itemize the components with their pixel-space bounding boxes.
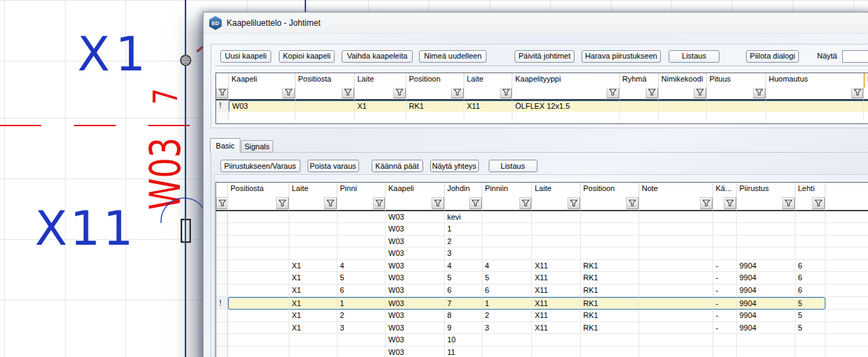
table-cell[interactable]: 6 xyxy=(445,284,482,297)
table-cell[interactable]: W03 xyxy=(386,284,445,297)
table-cell[interactable] xyxy=(532,223,581,236)
table-cell[interactable] xyxy=(737,211,795,224)
table-cell[interactable]: - xyxy=(713,272,737,284)
update-wires-button[interactable]: Päivitä johtimet xyxy=(515,50,574,63)
filter-button[interactable] xyxy=(812,197,825,209)
table-cell[interactable] xyxy=(228,334,289,347)
table-cell[interactable]: - xyxy=(713,284,737,297)
table-cell[interactable]: X1 xyxy=(289,272,337,284)
table-cell[interactable]: 9904 xyxy=(737,310,795,322)
copy-cable-button[interactable]: Kopioi kaapeli xyxy=(279,50,335,63)
listing-button[interactable]: Listaus xyxy=(669,50,719,63)
table-cell[interactable] xyxy=(532,248,581,260)
filter-button[interactable] xyxy=(700,197,713,209)
table-cell[interactable] xyxy=(482,248,533,260)
header-cell[interactable]: Pinni xyxy=(337,183,386,197)
table-cell[interactable]: RK1 xyxy=(581,284,639,297)
table-cell[interactable] xyxy=(296,112,355,121)
table-cell[interactable] xyxy=(337,334,386,347)
table-cell[interactable] xyxy=(795,236,825,248)
table-cell[interactable]: - xyxy=(713,260,737,273)
header-cell[interactable]: Laite xyxy=(289,183,337,197)
table-cell[interactable] xyxy=(825,322,868,335)
table-cell[interactable] xyxy=(581,236,639,248)
filter-button[interactable] xyxy=(393,88,406,98)
table-cell[interactable] xyxy=(766,112,865,121)
table-cell[interactable] xyxy=(337,236,386,248)
table-cell[interactable]: W03 xyxy=(229,100,296,112)
table-cell[interactable] xyxy=(713,334,737,347)
header-cell[interactable]: Nimikekoodi xyxy=(659,73,707,88)
header-cell[interactable]: Positioon xyxy=(581,183,639,197)
table-cell[interactable] xyxy=(228,310,289,322)
table-cell[interactable] xyxy=(289,334,337,347)
filter-button[interactable] xyxy=(373,197,386,209)
table-row[interactable]: X15W0355X11RK1-99046 xyxy=(216,272,868,284)
header-cell[interactable]: Pinniin xyxy=(482,183,533,197)
header-cell[interactable]: Kaapeli xyxy=(229,73,296,88)
header-cell[interactable]: Laite xyxy=(355,73,406,88)
table-cell[interactable]: W03 xyxy=(386,236,445,248)
table-cell[interactable]: 4 xyxy=(337,260,386,273)
table-cell[interactable]: 5 xyxy=(445,272,482,284)
table-cell[interactable]: 4 xyxy=(445,260,482,273)
table-cell[interactable] xyxy=(825,297,868,310)
table-cell[interactable] xyxy=(355,112,406,121)
table-cell[interactable] xyxy=(581,223,639,236)
table-cell[interactable]: - xyxy=(713,322,737,335)
table-cell[interactable] xyxy=(825,272,868,284)
table-cell[interactable]: X1 xyxy=(355,100,406,112)
table-cell[interactable] xyxy=(464,112,513,121)
table-cell[interactable]: X11 xyxy=(532,310,581,322)
table-cell[interactable] xyxy=(659,100,707,112)
table-row[interactable]: W03kevi xyxy=(216,211,868,224)
table-cell[interactable] xyxy=(639,347,713,357)
table-cell[interactable] xyxy=(289,211,337,224)
header-cell[interactable]: Ryhmä xyxy=(620,73,659,88)
table-cell[interactable]: 5 xyxy=(482,272,533,284)
table-cell[interactable] xyxy=(289,347,337,357)
filter-button[interactable] xyxy=(568,197,580,209)
filter-button[interactable] xyxy=(626,197,639,209)
table-cell[interactable]: 3 xyxy=(482,322,533,335)
table-cell[interactable] xyxy=(337,347,386,357)
header-cell[interactable]: Huomautus xyxy=(766,73,865,88)
filter-button[interactable] xyxy=(432,197,444,209)
table-cell[interactable] xyxy=(825,211,868,224)
table-cell[interactable] xyxy=(228,322,289,335)
table-cell[interactable]: W03 xyxy=(386,211,445,224)
table-cell[interactable]: 9904 xyxy=(737,322,795,335)
table-row[interactable]: X14W0344X11RK1-99046 xyxy=(216,260,868,273)
table-cell[interactable] xyxy=(581,347,639,357)
table-cell[interactable] xyxy=(512,112,620,121)
table-cell[interactable] xyxy=(581,248,639,260)
table-cell[interactable]: kevi xyxy=(445,211,482,224)
table-row[interactable]: W032 xyxy=(216,236,868,248)
table-cell[interactable] xyxy=(482,223,533,236)
header-cell[interactable]: Note xyxy=(639,183,713,197)
table-cell[interactable]: 5 xyxy=(795,297,825,310)
table-cell[interactable]: W03 xyxy=(386,223,445,236)
table-cell[interactable] xyxy=(795,347,825,357)
table-cell[interactable]: 2 xyxy=(445,236,482,248)
table-cell[interactable] xyxy=(228,211,289,224)
table-cell[interactable]: X11 xyxy=(532,322,581,335)
table-cell[interactable]: X1 xyxy=(289,310,337,322)
table-cell[interactable] xyxy=(228,284,289,297)
table-cell[interactable] xyxy=(406,112,464,121)
table-cell[interactable] xyxy=(532,334,581,347)
header-cell[interactable]: Johdin xyxy=(445,183,482,197)
table-cell[interactable] xyxy=(639,284,713,297)
table-cell[interactable]: RK1 xyxy=(581,322,639,335)
table-cell[interactable]: W03 xyxy=(386,272,445,284)
header-cell[interactable]: Kaapelityyppi xyxy=(512,73,620,88)
table-cell[interactable]: 1 xyxy=(445,223,482,236)
table-cell[interactable] xyxy=(620,112,659,121)
table-row[interactable]: X13W0393X11RK1-99045 xyxy=(216,322,868,335)
hide-dialog-button[interactable]: Piilota dialogi xyxy=(746,50,799,63)
table-cell[interactable] xyxy=(532,347,581,357)
table-cell[interactable]: X1 xyxy=(289,322,337,335)
table-cell[interactable] xyxy=(825,223,868,236)
table-cell[interactable] xyxy=(737,223,795,236)
table-cell[interactable] xyxy=(228,272,289,284)
